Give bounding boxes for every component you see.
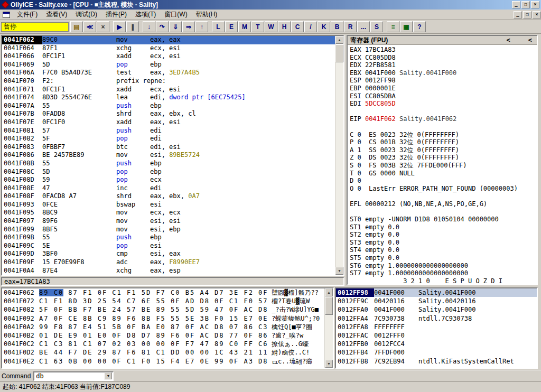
register-line[interactable]: ST0 empty -UNORM D1D8 01050104 00000000 <box>350 216 535 223</box>
dump-row[interactable]: 0041F0E2C1 63 0B 00 00 0F C1 F0 15 F4 E7… <box>2 357 324 366</box>
menu-view[interactable]: 查看(V) <box>42 8 71 21</box>
registers-pane[interactable]: 寄存器 (FPU) < < EAX 17BC1A83ECX CC805DD8ED… <box>347 35 538 285</box>
disassembly-scrollbar[interactable]: ▲▼ <box>335 36 343 275</box>
menu-window[interactable]: 窗口(W) <box>160 8 191 21</box>
disasm-row[interactable]: 0041F08E47incedi <box>2 184 335 193</box>
executables-window-button[interactable]: E <box>225 21 238 32</box>
stack-row[interactable]: 0012FF9C00420116Sality.00420116 <box>336 297 537 305</box>
references-window-button[interactable]: R <box>344 21 357 32</box>
registers-prev-button[interactable]: < <box>505 36 512 44</box>
dump-row[interactable]: 0041F0825F 0F BB F7 BE 24 57 BE 89 55 5D… <box>2 305 324 314</box>
register-line[interactable]: O 0 LastErr ERROR_PATH_NOT_FOUND (000000… <box>350 185 535 193</box>
disasm-row[interactable]: 0041F0710FC1F1xaddecx, esi <box>2 86 335 94</box>
registers-mode-button[interactable]: < <box>526 36 534 44</box>
register-line[interactable]: ST6 empty 1.0000000000000000000 <box>350 262 535 270</box>
register-line[interactable]: EBX 0041F000 Sality.0041F000 <box>350 69 535 77</box>
disasm-row[interactable]: 0041F08B55pushebp <box>2 160 335 168</box>
register-line[interactable]: ST1 empty 0.0 <box>350 223 535 231</box>
register-line[interactable]: ST5 empty 0.0 <box>350 254 535 262</box>
menu-debug[interactable]: 调试(D) <box>71 8 101 21</box>
menu-file[interactable]: 文件(F) <box>13 8 42 21</box>
command-combobox[interactable]: db ▼ <box>33 371 114 381</box>
register-line[interactable]: D 0 <box>350 177 535 185</box>
register-line[interactable]: P 0 CS 001B 32位 0(FFFFFFFF) <box>350 138 535 146</box>
disasm-row[interactable]: 0041F07A55pushebp <box>2 102 335 110</box>
register-line[interactable]: ESI CC805DBA <box>350 92 535 100</box>
register-line[interactable]: ST4 empty 0.0 <box>350 246 535 254</box>
menu-options[interactable]: 选项(T) <box>131 8 160 21</box>
threads-window-button[interactable]: T <box>251 21 264 32</box>
disasm-row[interactable]: 0041F0A487E4xchgeax, esp <box>2 267 335 275</box>
menu-plugins[interactable]: 插件(P) <box>101 8 131 21</box>
stack-row[interactable]: 0012FFA47C930738ntdll.7C930738 <box>336 314 537 323</box>
disasm-row[interactable]: 0041F06289C0moveax, eax <box>2 36 335 44</box>
mdi-restore-button[interactable]: ❐ <box>523 11 531 18</box>
register-line[interactable]: EAX 17BC1A83 <box>350 46 535 54</box>
patches-window-button[interactable]: / <box>304 21 317 32</box>
disasm-row[interactable]: 0041F08C5Dpopebp <box>2 168 335 176</box>
pause-button[interactable]: ∥ <box>126 21 139 32</box>
disasm-row[interactable]: 0041F06AF7C0 B5A4D73Etesteax, 3ED7A4B5 <box>2 69 335 77</box>
source-window-button[interactable]: S <box>370 21 383 32</box>
command-input[interactable]: db <box>34 372 104 380</box>
register-line[interactable] <box>350 123 535 131</box>
execute-till-return-button[interactable]: ↑ <box>195 21 208 32</box>
disasm-row[interactable]: 0041F09B55pushebp <box>2 234 335 242</box>
dump-row[interactable]: 0041F072C1 F1 8D 3D 25 54 C7 6E 55 0F AD… <box>2 297 324 305</box>
windows-window-button[interactable]: W <box>265 21 277 32</box>
close-program-button[interactable]: × <box>97 21 109 32</box>
disasm-row[interactable]: 0041F070F2:prefix repne: <box>2 77 335 86</box>
register-line[interactable]: EDI 5DCC805D <box>350 100 535 108</box>
register-line[interactable]: T 0 GS 0000 NULL <box>350 170 535 178</box>
dump-row[interactable]: 0041F0A299 F8 87 E4 51 5B 0F BA E0 87 0F… <box>2 323 324 331</box>
scroll-up-button[interactable]: ▲ <box>335 36 343 44</box>
disasm-row[interactable]: 0041F0748D3D 2554C76Eleaedi, dword ptr [… <box>2 94 335 102</box>
options-button[interactable]: ≡ <box>387 21 399 32</box>
step-over-button[interactable]: ↷ <box>156 21 169 32</box>
trace-into-button[interactable]: ⇓ <box>169 21 182 32</box>
register-line[interactable]: 3 2 1 0 E S P U O Z D I <box>350 277 535 285</box>
register-line[interactable] <box>350 108 535 116</box>
disasm-row[interactable]: 0041F0695Dpopebp <box>2 61 335 69</box>
memory-window-button[interactable]: M <box>238 21 251 32</box>
menu-help[interactable]: 帮助(H) <box>192 8 222 21</box>
scroll-down-button[interactable]: ▼ <box>335 267 343 275</box>
open-file-button[interactable]: ▤ <box>70 21 83 32</box>
scroll-thumb[interactable] <box>325 297 333 315</box>
dump-row[interactable]: 0041F092A7 0F CE 8B C9 89 F6 8B F5 55 5E… <box>2 314 324 323</box>
register-line[interactable]: EBP 0000001E <box>350 85 535 92</box>
trace-over-button[interactable]: ⇒ <box>182 21 195 32</box>
restore-button[interactable]: ❐ <box>521 1 530 8</box>
call-stack-window-button[interactable]: K <box>318 21 330 32</box>
stack-row[interactable]: 0012FFB00012FCC4 <box>336 340 537 348</box>
disasm-row[interactable]: 0041F09F15 E70E99F8adceax, F8990EE7 <box>2 258 335 267</box>
disasm-row[interactable]: 0041F09C5Epopesi <box>2 242 335 250</box>
disasm-row[interactable]: 0041F06487F1xchgecx, esi <box>2 44 335 53</box>
dump-scrollbar[interactable]: ▲▼ <box>324 288 333 368</box>
register-line[interactable]: A 1 SS 0023 32位 0(FFFFFFFF) <box>350 146 535 154</box>
register-line[interactable]: ESP 0012FF98 <box>350 77 535 85</box>
register-line[interactable] <box>350 208 535 216</box>
disasm-row[interactable]: 0041F08D59popecx <box>2 176 335 184</box>
disasm-row[interactable]: 0041F08F0FACD8 A7shrdeax, ebx, 0A7 <box>2 192 335 201</box>
run-button[interactable]: ▶ <box>113 21 126 32</box>
scroll-thumb[interactable] <box>335 44 343 62</box>
disasm-row[interactable]: 0041F07E0FC1F0xaddeax, esi <box>2 118 335 127</box>
scroll-up-button[interactable]: ▲ <box>325 288 333 296</box>
register-line[interactable]: ST3 empty 0.0 <box>350 239 535 247</box>
dump-row[interactable]: 0041F0D2BE 44 F7 DE 29 87 F6 81 C1 DD 00… <box>2 348 324 357</box>
disasm-row[interactable]: 0041F09D3BF0cmpesi, eax <box>2 250 335 258</box>
register-line[interactable]: EIP 0041F062 Sality.0041F062 <box>350 115 535 123</box>
stack-row[interactable]: 0012FFB87C92EB94ntdll.KiFastSystemCallRe… <box>336 357 537 366</box>
register-line[interactable]: C 0 ES 0023 32位 0(FFFFFFFF) <box>350 131 535 139</box>
cpu-window-button[interactable]: C <box>291 21 304 32</box>
disasm-row[interactable]: 0041F086BE 2457BE89movesi, 89BE5724 <box>2 151 335 160</box>
disasm-row[interactable]: 0041F0830FBBF7btcedi, esi <box>2 143 335 152</box>
disasm-row[interactable]: 0041F0825Fpopedi <box>2 135 335 143</box>
register-line[interactable]: S 0 FS 003B 32位 7FFDE000(FFF) <box>350 162 535 170</box>
appearance-button[interactable]: ▦ <box>400 21 413 32</box>
disassembly-pane[interactable]: 0041F06289C0moveax, eax0041F06487F1xchge… <box>1 35 344 276</box>
step-into-button[interactable]: ↓ <box>143 21 155 32</box>
register-line[interactable]: ST7 empty 1.0000000000000000000 <box>350 269 535 277</box>
stack-row[interactable]: 0012FF980041F000Sality.0041F000 <box>336 288 537 297</box>
